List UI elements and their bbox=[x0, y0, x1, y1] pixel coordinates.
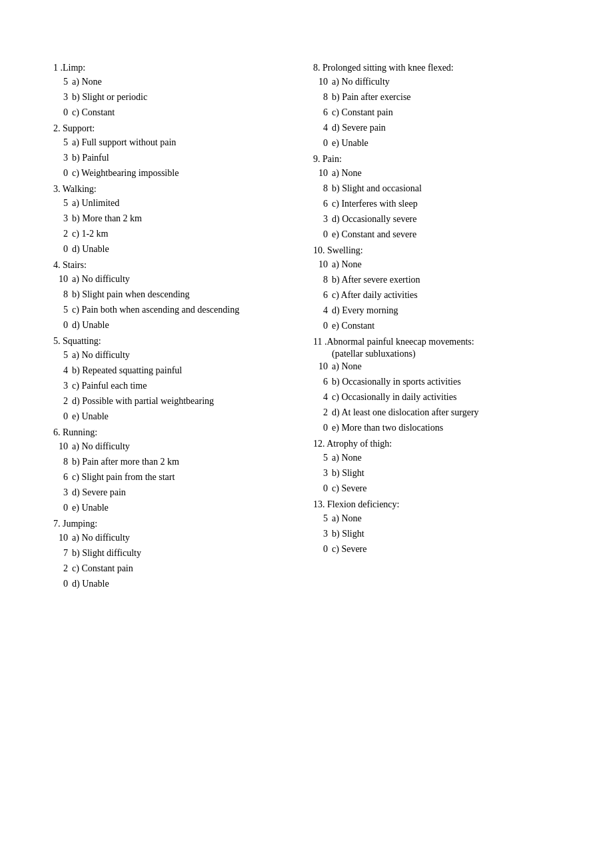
section-title-s11: 11 .Abnormal painful kneecap movements: bbox=[313, 337, 560, 347]
option-row: 8b) Slight and occasional bbox=[313, 181, 560, 195]
option-row: 10a) No difficulty bbox=[53, 439, 300, 453]
section-s2: 2. Support:5a) Full support without pain… bbox=[53, 123, 300, 180]
option-row: 10a) No difficulty bbox=[53, 272, 300, 286]
option-score: 4 bbox=[313, 303, 328, 317]
option-score: 4 bbox=[313, 121, 328, 135]
option-text: e) Unable bbox=[72, 409, 300, 423]
option-text: a) No difficulty bbox=[72, 272, 300, 286]
option-row: 5a) No difficulty bbox=[53, 348, 300, 362]
option-score: 0 bbox=[53, 577, 68, 591]
section-title-s12: 12. Atrophy of thigh: bbox=[313, 439, 560, 449]
option-score: 6 bbox=[53, 470, 68, 484]
section-s7: 7. Jumping:10a) No difficulty7b) Slight … bbox=[53, 519, 300, 591]
option-score: 5 bbox=[313, 451, 328, 465]
option-text: b) Occasionally in sports activities bbox=[332, 375, 560, 389]
option-text: b) Pain after more than 2 km bbox=[72, 455, 300, 469]
option-score: 2 bbox=[313, 405, 328, 419]
option-score: 5 bbox=[53, 196, 68, 210]
option-row: 0c) Weightbearing impossible bbox=[53, 166, 300, 180]
option-score: 10 bbox=[313, 359, 328, 373]
option-score: 10 bbox=[53, 531, 68, 545]
option-score: 3 bbox=[313, 466, 328, 480]
option-score: 3 bbox=[53, 485, 68, 499]
option-score: 0 bbox=[313, 481, 328, 495]
section-title-s6: 6. Running: bbox=[53, 427, 300, 438]
option-text: c) Constant pain bbox=[332, 105, 560, 119]
option-text: d) Occasionally severe bbox=[332, 212, 560, 226]
option-score: 0 bbox=[53, 105, 68, 119]
option-text: c) Pain both when ascending and descendi… bbox=[72, 303, 300, 317]
option-text: d) Every morning bbox=[332, 303, 560, 317]
option-score: 3 bbox=[313, 527, 328, 541]
option-score: 4 bbox=[313, 390, 328, 404]
option-score: 0 bbox=[313, 319, 328, 333]
option-row: 0e) Constant bbox=[313, 319, 560, 333]
option-text: a) No difficulty bbox=[72, 348, 300, 362]
option-text: c) Interferes with sleep bbox=[332, 197, 560, 211]
option-score: 8 bbox=[313, 273, 328, 287]
option-score: 7 bbox=[53, 546, 68, 560]
option-row: 2d) At least one dislocation after surge… bbox=[313, 405, 560, 419]
option-score: 0 bbox=[53, 501, 68, 515]
option-row: 5c) Pain both when ascending and descend… bbox=[53, 303, 300, 317]
section-sublabel-s11: (patellar subluxations) bbox=[313, 349, 560, 359]
option-score: 5 bbox=[53, 135, 68, 149]
option-row: 5a) Unlimited bbox=[53, 196, 300, 210]
option-row: 7b) Slight difficulty bbox=[53, 546, 300, 560]
option-score: 8 bbox=[313, 181, 328, 195]
option-text: c) Slight pain from the start bbox=[72, 470, 300, 484]
option-score: 5 bbox=[53, 75, 68, 89]
option-row: 6b) Occasionally in sports activities bbox=[313, 375, 560, 389]
option-text: d) Unable bbox=[72, 577, 300, 591]
section-s10: 10. Swelling:10a) None8b) After severe e… bbox=[313, 245, 560, 333]
option-score: 10 bbox=[313, 75, 328, 89]
option-text: b) Repeated squatting painful bbox=[72, 363, 300, 377]
option-text: b) Slight or periodic bbox=[72, 90, 300, 104]
option-text: c) Severe bbox=[332, 542, 560, 556]
section-s9: 9. Pain:10a) None8b) Slight and occasion… bbox=[313, 154, 560, 241]
section-s5: 5. Squatting:5a) No difficulty4b) Repeat… bbox=[53, 336, 300, 423]
option-row: 0c) Severe bbox=[313, 481, 560, 495]
option-row: 4d) Every morning bbox=[313, 303, 560, 317]
option-text: c) 1-2 km bbox=[72, 227, 300, 241]
option-row: 5a) None bbox=[313, 451, 560, 465]
option-text: a) No difficulty bbox=[332, 75, 560, 89]
option-text: b) After severe exertion bbox=[332, 273, 560, 287]
option-text: e) More than two dislocations bbox=[332, 421, 560, 435]
option-score: 8 bbox=[53, 455, 68, 469]
option-score: 10 bbox=[53, 272, 68, 286]
option-score: 5 bbox=[313, 511, 328, 525]
option-score: 0 bbox=[53, 318, 68, 332]
option-row: 0e) Unable bbox=[313, 136, 560, 150]
option-row: 3d) Severe pain bbox=[53, 485, 300, 499]
section-title-s7: 7. Jumping: bbox=[53, 519, 300, 529]
option-score: 0 bbox=[313, 542, 328, 556]
option-row: 0d) Unable bbox=[53, 242, 300, 256]
option-text: c) Severe bbox=[332, 481, 560, 495]
option-score: 2 bbox=[53, 227, 68, 241]
section-s12: 12. Atrophy of thigh:5a) None3b) Slight0… bbox=[313, 439, 560, 495]
section-s11: 11 .Abnormal painful kneecap movements:(… bbox=[313, 337, 560, 435]
left-column: 1 .Limp:5a) None3b) Slight or periodic0c… bbox=[53, 59, 306, 592]
option-text: c) Constant bbox=[72, 105, 300, 119]
option-row: 4d) Severe pain bbox=[313, 121, 560, 135]
option-text: c) Weightbearing impossible bbox=[72, 166, 300, 180]
option-text: a) None bbox=[332, 257, 560, 271]
option-text: c) Painful each time bbox=[72, 379, 300, 393]
section-s3: 3. Walking:5a) Unlimited3b) More than 2 … bbox=[53, 184, 300, 256]
option-row: 10a) No difficulty bbox=[53, 531, 300, 545]
option-row: 3b) Slight bbox=[313, 527, 560, 541]
option-row: 6c) Slight pain from the start bbox=[53, 470, 300, 484]
option-text: b) Pain after exercise bbox=[332, 90, 560, 104]
option-text: b) More than 2 km bbox=[72, 211, 300, 225]
option-text: c) After daily activities bbox=[332, 288, 560, 302]
option-text: e) Constant bbox=[332, 319, 560, 333]
option-score: 10 bbox=[313, 166, 328, 180]
option-text: d) Possible with partial weightbearing bbox=[72, 394, 300, 408]
option-text: e) Unable bbox=[72, 501, 300, 515]
option-row: 0e) Unable bbox=[53, 501, 300, 515]
option-text: a) Unlimited bbox=[72, 196, 300, 210]
option-score: 5 bbox=[53, 303, 68, 317]
section-s13: 13. Flexion deficiency:5a) None3b) Sligh… bbox=[313, 499, 560, 556]
option-row: 2d) Possible with partial weightbearing bbox=[53, 394, 300, 408]
